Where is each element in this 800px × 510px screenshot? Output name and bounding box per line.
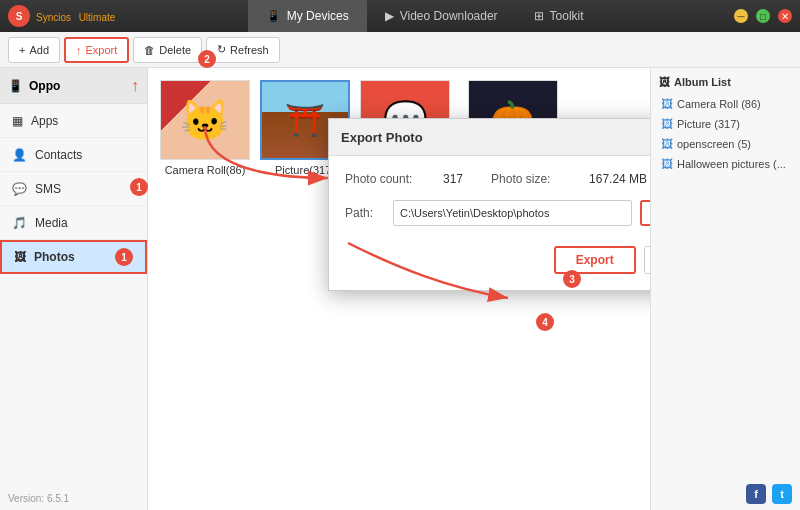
title-bar: S Syncios Ultimate 📱 My Devices ▶ Video … [0,0,800,32]
nav-video-label: Video Downloader [400,9,498,23]
camera-roll-image: 🐱 [161,81,249,159]
media-icon: 🎵 [12,216,27,230]
album-openscreen-icon: 🖼 [661,137,673,151]
photo-album-camera-roll[interactable]: 🐱 Camera Roll(86) [160,80,250,176]
nav-my-devices[interactable]: 📱 My Devices [248,0,367,32]
refresh-icon: ↻ [217,43,226,56]
sidebar-item-apps[interactable]: ▦ Apps [0,104,147,138]
syncios-logo: S [8,5,30,27]
brand-edition: Ultimate [79,12,116,23]
social-icons: f t [746,484,792,504]
album-list-title: 🖼 Album List [659,76,792,88]
step-badge-1: 1 [130,178,148,196]
toolbar: + Add ↑ Export 🗑 Delete ↻ Refresh [0,32,800,68]
album-halloween-label: Halloween pictures (... [677,158,786,170]
nav-video-downloader[interactable]: ▶ Video Downloader [367,0,516,32]
title-bar-right: ─ □ ✕ [734,9,792,23]
album-camera-label: Camera Roll (86) [677,98,761,110]
photo-size-label: Photo size: [491,172,581,186]
modal-footer: Export Cancel [345,242,650,274]
step-badge-2: 2 [198,50,216,68]
sidebar-item-media[interactable]: 🎵 Media [0,206,147,240]
photo-size-value: 167.24 MB [589,172,647,186]
apps-label: Apps [31,114,58,128]
photo-count-label: Photo count: [345,172,435,186]
photo-count-value: 317 [443,172,463,186]
album-list-icon: 🖼 [659,76,670,88]
step-badge-4: 4 [536,313,554,331]
add-label: Add [29,44,49,56]
album-picture-label: Picture (317) [677,118,740,130]
album-openscreen-label: openscreen (5) [677,138,751,150]
device-icon: 📱 [8,79,23,93]
minimize-button[interactable]: ─ [734,9,748,23]
apps-icon: ▦ [12,114,23,128]
version-label: Version: 6.5.1 [0,487,147,510]
sidebar-item-contacts[interactable]: 👤 Contacts [0,138,147,172]
refresh-label: Refresh [230,44,269,56]
step-badge-3: 3 [563,270,581,288]
album-list-item-halloween[interactable]: 🖼 Halloween pictures (... [659,154,792,174]
album-camera-icon: 🖼 [661,97,673,111]
delete-label: Delete [159,44,191,56]
sidebar-item-sms[interactable]: 💬 SMS [0,172,147,206]
picture-label: Picture(317) [275,164,335,176]
facebook-icon[interactable]: f [746,484,766,504]
modal-header: Export Photo ✕ [329,119,650,156]
camera-roll-label: Camera Roll(86) [165,164,246,176]
modal-export-button[interactable]: Export [554,246,636,274]
close-button[interactable]: ✕ [778,9,792,23]
album-list-item-openscreen[interactable]: 🖼 openscreen (5) [659,134,792,154]
main-area: 📱 Oppo ↑ ▦ Apps 👤 Contacts 💬 SMS 🎵 Media… [0,68,800,510]
camera-roll-thumb: 🐱 [160,80,250,160]
delete-icon: 🗑 [144,44,155,56]
contacts-label: Contacts [35,148,82,162]
twitter-icon[interactable]: t [772,484,792,504]
nav-my-devices-label: My Devices [287,9,349,23]
sms-label: SMS [35,182,61,196]
modal-cancel-button[interactable]: Cancel [644,246,650,274]
sms-icon: 💬 [12,182,27,196]
path-input[interactable] [393,200,632,226]
refresh-button[interactable]: ↻ Refresh [206,37,280,63]
sidebar-device: 📱 Oppo ↑ [0,68,147,104]
export-icon: ↑ [76,44,82,56]
app-brand: Syncios Ultimate [36,9,115,24]
photos-icon: 🖼 [14,250,26,264]
sidebar-item-photos[interactable]: 🖼 Photos 1 [0,240,147,274]
photos-label: Photos [34,250,75,264]
photo-count-row: Photo count: 317 Photo size: 167.24 MB [345,172,650,186]
title-bar-left: S Syncios Ultimate [8,5,115,27]
play-icon: ▶ [385,9,394,23]
export-photo-modal: Export Photo ✕ Photo count: 317 Photo si… [328,118,650,291]
album-list-item-picture[interactable]: 🖼 Picture (317) [659,114,792,134]
photos-badge: 1 [115,248,133,266]
content-area: 🐱 Camera Roll(86) ⛩️ Picture(317) 💬 [148,68,650,510]
path-row: Path: Browse [345,200,650,226]
album-picture-icon: 🖼 [661,117,673,131]
brand-name: Syncios [36,12,71,23]
upload-icon[interactable]: ↑ [131,77,139,95]
toolkit-icon: ⊞ [534,9,544,23]
nav-toolkit[interactable]: ⊞ Toolkit [516,0,602,32]
title-bar-nav: 📱 My Devices ▶ Video Downloader ⊞ Toolki… [248,0,602,32]
modal-title: Export Photo [341,130,423,145]
media-label: Media [35,216,68,230]
add-button[interactable]: + Add [8,37,60,63]
export-label: Export [86,44,118,56]
export-button[interactable]: ↑ Export [64,37,129,63]
sidebar: 📱 Oppo ↑ ▦ Apps 👤 Contacts 💬 SMS 🎵 Media… [0,68,148,510]
album-list-heading: Album List [674,76,731,88]
path-label: Path: [345,206,385,220]
delete-button[interactable]: 🗑 Delete [133,37,202,63]
phone-icon: 📱 [266,9,281,23]
browse-button[interactable]: Browse [640,200,650,226]
right-panel: 🖼 Album List 🖼 Camera Roll (86) 🖼 Pictur… [650,68,800,510]
nav-toolkit-label: Toolkit [550,9,584,23]
album-list-item-camera-roll[interactable]: 🖼 Camera Roll (86) [659,94,792,114]
modal-body: Photo count: 317 Photo size: 167.24 MB P… [329,156,650,290]
add-icon: + [19,44,25,56]
contacts-icon: 👤 [12,148,27,162]
album-halloween-icon: 🖼 [661,157,673,171]
maximize-button[interactable]: □ [756,9,770,23]
